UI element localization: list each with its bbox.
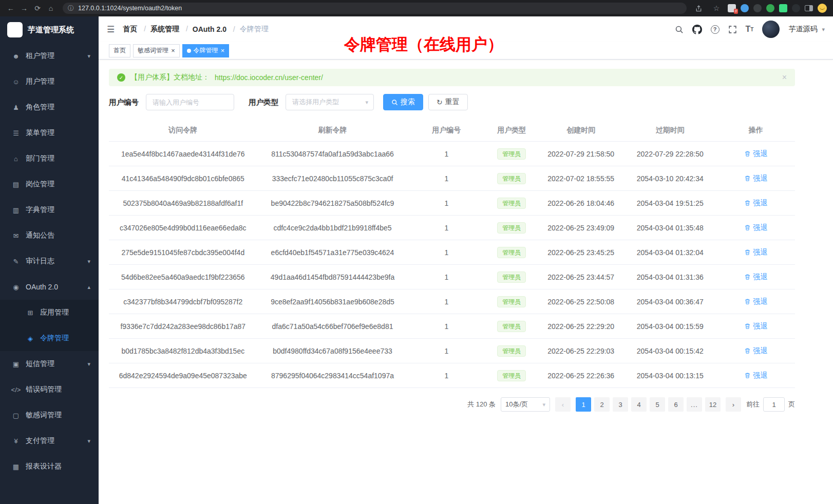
sidebar-item-audit-log[interactable]: ✎ 审计日志 ▾	[0, 248, 99, 274]
table-header: 访问令牌 刷新令牌 用户编号 用户类型 创建时间 过期时间 操作	[109, 119, 795, 142]
sidebar-item-oauth2-token[interactable]: ◈ 令牌管理	[0, 325, 99, 351]
fullscreen-icon[interactable]	[728, 25, 737, 34]
page-button[interactable]: 5	[650, 397, 665, 412]
sidebar-item-tenant[interactable]: ☻ 租户管理 ▾	[0, 43, 99, 69]
extension-icon-green[interactable]	[766, 4, 774, 12]
sidebar-item-pay[interactable]: ¥ 支付管理 ▾	[0, 428, 99, 454]
user-type-tag: 管理员	[497, 222, 526, 234]
user-type-tag: 管理员	[497, 321, 526, 332]
app-logo[interactable]: 芋道管理系统	[0, 16, 99, 43]
user-avatar[interactable]	[762, 21, 780, 38]
menu-item-label: 令牌管理	[40, 334, 69, 343]
reset-button[interactable]: ↻ 重置	[428, 94, 468, 110]
page-size-select[interactable]: 10条/页 ▾	[501, 397, 550, 412]
browser-profile-avatar[interactable]	[818, 4, 827, 13]
expire-time-cell: 2054-03-04 01:35:48	[623, 216, 717, 240]
actions-cell: 强退	[717, 339, 795, 363]
null-home: 首页 /	[123, 25, 150, 34]
sidebar-toggle-icon[interactable]: ☰	[107, 24, 115, 35]
tab-close-icon[interactable]: ×	[221, 47, 225, 54]
url-bar[interactable]: ⓘ 127.0.0.1:1024/system/oauth2/token	[63, 3, 687, 14]
sidebar-item-user[interactable]: ☺ 用户管理	[0, 69, 99, 94]
force-logout-button[interactable]: 强退	[744, 248, 767, 257]
breadcrumb-item[interactable]: 系统管理	[150, 25, 179, 33]
sidebar-item-menu[interactable]: ☰ 菜单管理	[0, 120, 99, 146]
sidebar-item-dict[interactable]: ▥ 字典管理	[0, 197, 99, 223]
back-icon[interactable]: ←	[4, 2, 17, 14]
page-button[interactable]: 4	[631, 397, 647, 412]
actions-cell: 强退	[717, 166, 795, 190]
sidebar-item-role[interactable]: ♟ 角色管理	[0, 94, 99, 120]
force-logout-button[interactable]: 强退	[744, 371, 767, 380]
table-row: 502375b8040a469a9b82188afdf6af1f be90422…	[109, 191, 795, 216]
extension-icon-blue[interactable]	[741, 4, 749, 12]
font-size-icon[interactable]: TT	[746, 25, 754, 34]
bookmark-star-icon[interactable]: ☆	[710, 2, 723, 14]
access-token-cell: c342377bf8b344799dcbf7bf095287f2	[109, 289, 257, 314]
help-icon[interactable]: ?	[711, 25, 720, 34]
page-button[interactable]: 6	[668, 397, 684, 412]
username[interactable]: 芋道源码	[788, 25, 817, 34]
extension-icon-dark[interactable]	[753, 4, 762, 12]
sidebar-item-notice[interactable]: ✉ 通知公告	[0, 223, 99, 248]
search-icon[interactable]	[675, 25, 684, 34]
page-button[interactable]: 2	[594, 397, 610, 412]
doc-link[interactable]: https://doc.iocoder.cn/user-center/	[215, 73, 323, 82]
extensions-puzzle-icon[interactable]	[779, 4, 787, 12]
sidebar-item-error-code[interactable]: </> 错误码管理	[0, 377, 99, 402]
reload-icon[interactable]: ⟳	[31, 2, 44, 14]
goto-page-input[interactable]	[763, 397, 785, 412]
user-id-input[interactable]	[146, 94, 234, 110]
tab-close-icon[interactable]: ×	[171, 47, 175, 54]
menu-item-icon: ▣	[10, 360, 22, 368]
breadcrumb-item[interactable]: OAuth 2.0	[193, 25, 226, 33]
force-logout-button[interactable]: 强退	[744, 174, 767, 183]
extension-icon-badged[interactable]: 0	[728, 4, 736, 12]
prev-page-button[interactable]: ‹	[555, 397, 571, 412]
sidebar-item-post[interactable]: ▤ 岗位管理	[0, 171, 99, 197]
force-logout-button[interactable]: 强退	[744, 149, 767, 159]
home-icon[interactable]: ⌂	[44, 2, 58, 14]
tab-sensitive-word[interactable]: 敏感词管理 ×	[133, 44, 180, 57]
refresh-token-cell: b0df4980ffd34c67a08f9156e4eee733	[257, 339, 408, 363]
user-type-select[interactable]: 请选择用户类型 ▾	[286, 94, 374, 110]
user-id-cell: 1	[408, 314, 485, 338]
expire-time-cell: 2054-03-04 00:36:47	[623, 289, 717, 314]
search-button[interactable]: 搜索	[383, 94, 423, 110]
force-logout-button[interactable]: 强退	[744, 297, 767, 306]
sidebar-item-report-designer[interactable]: ▦ 报表设计器	[0, 454, 99, 479]
sidebar-item-sensitive-word[interactable]: ▢ 敏感词管理	[0, 402, 99, 428]
next-page-button[interactable]: ›	[726, 397, 741, 412]
expire-time-cell: 2054-03-04 01:32:04	[623, 240, 717, 264]
refresh-token-cell: cdfc4ce9c2da4bb1bdf21b9918ff4be5	[257, 216, 408, 240]
sidebar-item-sms[interactable]: ▣ 短信管理 ▾	[0, 351, 99, 377]
menu-item-label: 用户管理	[26, 77, 54, 86]
forward-icon[interactable]: →	[17, 2, 31, 14]
alert-close-icon[interactable]: ×	[782, 73, 787, 82]
site-info-icon[interactable]: ⓘ	[68, 4, 74, 13]
sidebar-item-oauth2-app[interactable]: ⊞ 应用管理	[0, 300, 99, 325]
tab-home[interactable]: 首页	[109, 44, 130, 57]
breadcrumb-item[interactable]: 首页	[123, 25, 137, 33]
page-button[interactable]: ...	[687, 397, 702, 412]
force-logout-button[interactable]: 强退	[744, 199, 767, 208]
force-logout-button[interactable]: 强退	[744, 223, 767, 232]
sidebar-item-oauth2[interactable]: ◉ OAuth 2.0 ▴	[0, 274, 99, 300]
split-view-icon[interactable]	[805, 5, 813, 11]
force-logout-button[interactable]: 强退	[744, 273, 767, 282]
page-button[interactable]: 3	[613, 397, 628, 412]
page-button[interactable]: 12	[705, 397, 721, 412]
share-icon[interactable]	[692, 2, 705, 14]
browser-chrome: ← → ⟳ ⌂ ⓘ 127.0.0.1:1024/system/oauth2/t…	[0, 0, 833, 16]
page-button[interactable]: 1	[576, 397, 591, 412]
force-logout-button[interactable]: 强退	[744, 346, 767, 356]
force-logout-button[interactable]: 强退	[744, 322, 767, 331]
tab-token[interactable]: 令牌管理 ×	[182, 44, 230, 57]
expire-time-cell: 2054-03-04 01:31:36	[623, 265, 717, 289]
sidebar-item-dept[interactable]: ⌂ 部门管理	[0, 146, 99, 171]
user-type-tag: 管理员	[497, 296, 526, 307]
doc-alert: ✓ 【用户体系】文档地址： https://doc.iocoder.cn/use…	[109, 69, 795, 86]
breadcrumb-item[interactable]: 令牌管理	[240, 25, 269, 33]
github-icon[interactable]	[692, 25, 702, 34]
extension-icon-paw[interactable]	[792, 4, 800, 12]
